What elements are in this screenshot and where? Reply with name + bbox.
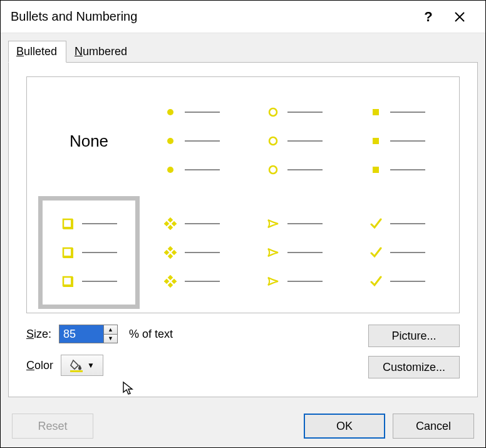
tab-numbered[interactable]: Numbered bbox=[66, 41, 137, 62]
tabstrip: Bulleted Numbered bbox=[1, 33, 485, 62]
svg-point-2 bbox=[167, 167, 173, 173]
cancel-button[interactable]: Cancel bbox=[393, 414, 474, 439]
svg-point-5 bbox=[269, 166, 277, 174]
svg-rect-24 bbox=[70, 370, 83, 372]
tabpanel-bulleted: None bbox=[8, 62, 478, 397]
svg-rect-21 bbox=[164, 279, 169, 284]
svg-point-1 bbox=[167, 138, 173, 144]
bullet-option-arrow[interactable] bbox=[246, 199, 343, 306]
titlebar: Bullets and Numbering ? bbox=[1, 1, 485, 33]
svg-rect-20 bbox=[168, 275, 173, 280]
size-label: Size: bbox=[26, 328, 51, 341]
svg-rect-12 bbox=[168, 217, 173, 222]
close-button[interactable] bbox=[444, 1, 475, 33]
bullet-option-checkmark[interactable] bbox=[349, 199, 445, 306]
svg-rect-22 bbox=[172, 279, 177, 284]
checkmark-icon bbox=[369, 217, 383, 231]
tab-bulleted[interactable]: Bulleted bbox=[8, 41, 66, 63]
open-circle-icon bbox=[266, 105, 280, 119]
arrow-icon bbox=[266, 217, 280, 231]
paint-bucket-icon bbox=[70, 358, 83, 372]
mouse-cursor-icon bbox=[122, 381, 137, 398]
size-suffix: % of text bbox=[129, 328, 173, 341]
svg-point-0 bbox=[167, 109, 173, 115]
bullet-option-none[interactable]: None bbox=[41, 87, 137, 195]
size-decrease-button[interactable]: ▼ bbox=[104, 334, 117, 343]
bullet-option-filled-square[interactable] bbox=[349, 87, 445, 195]
svg-rect-10 bbox=[63, 248, 72, 257]
bullet-option-hollow-square[interactable] bbox=[41, 199, 137, 306]
svg-rect-13 bbox=[164, 221, 169, 226]
color-row: Color ▼ bbox=[26, 355, 356, 376]
bullets-numbering-dialog: Bullets and Numbering ? Bulleted Numbere… bbox=[0, 0, 486, 448]
dialog-title: Bullets and Numbering bbox=[11, 9, 413, 24]
hollow-square-icon bbox=[61, 217, 75, 231]
filled-circle-icon bbox=[163, 105, 177, 119]
svg-rect-9 bbox=[63, 219, 72, 228]
svg-rect-17 bbox=[164, 250, 169, 255]
svg-rect-18 bbox=[172, 250, 177, 255]
ok-button[interactable]: OK bbox=[304, 414, 385, 439]
svg-rect-6 bbox=[373, 109, 379, 115]
none-label: None bbox=[70, 132, 108, 151]
size-increase-button[interactable]: ▲ bbox=[104, 325, 117, 334]
size-row: Size: 85 ▲ ▼ % of text bbox=[26, 325, 356, 343]
customize-button[interactable]: Customize... bbox=[368, 356, 460, 378]
reset-button: Reset bbox=[12, 414, 93, 439]
svg-rect-8 bbox=[373, 167, 379, 173]
svg-rect-23 bbox=[168, 283, 173, 288]
svg-rect-15 bbox=[168, 225, 173, 230]
svg-rect-7 bbox=[373, 138, 379, 144]
svg-rect-19 bbox=[168, 254, 173, 259]
filled-square-icon bbox=[369, 105, 383, 119]
close-icon bbox=[454, 11, 465, 23]
dialog-footer: Reset OK Cancel bbox=[1, 405, 485, 447]
chevron-down-icon: ▼ bbox=[87, 361, 95, 370]
four-diamonds-icon bbox=[163, 217, 177, 231]
svg-rect-14 bbox=[172, 221, 177, 226]
bullet-gallery: None bbox=[26, 76, 460, 313]
svg-point-3 bbox=[269, 108, 277, 116]
size-spinbox[interactable]: 85 ▲ ▼ bbox=[59, 325, 118, 343]
color-label: Color bbox=[26, 359, 53, 372]
help-button[interactable]: ? bbox=[413, 1, 444, 33]
svg-rect-11 bbox=[63, 277, 72, 286]
bullet-option-open-circle[interactable] bbox=[246, 87, 343, 195]
picture-button[interactable]: Picture... bbox=[368, 325, 460, 347]
color-picker-button[interactable]: ▼ bbox=[61, 355, 103, 376]
svg-rect-16 bbox=[168, 246, 173, 251]
size-input[interactable]: 85 bbox=[59, 325, 103, 343]
bullet-option-four-diamonds[interactable] bbox=[143, 199, 240, 306]
bullet-option-filled-circle[interactable] bbox=[143, 87, 240, 195]
svg-point-4 bbox=[269, 137, 277, 145]
